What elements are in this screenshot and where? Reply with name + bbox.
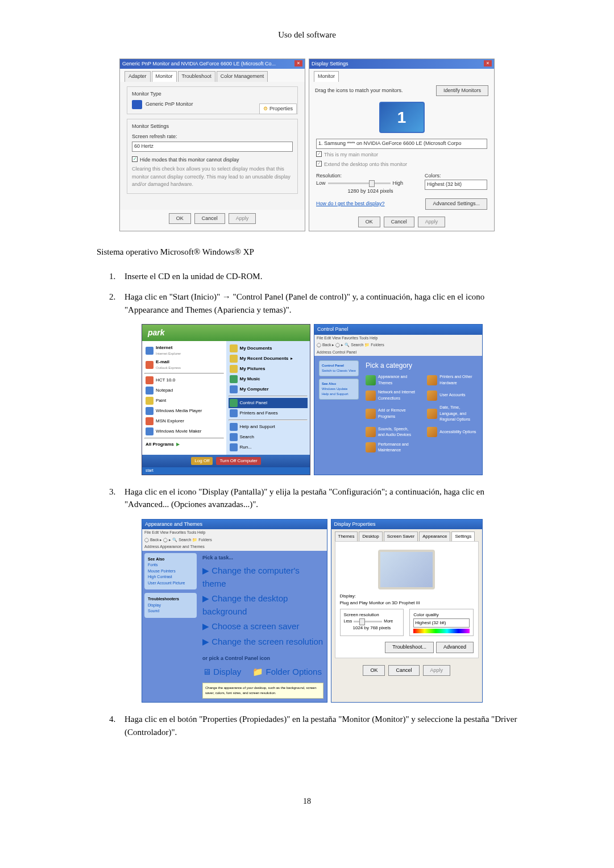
search-icon [230,433,238,441]
ok-button[interactable]: OK [363,665,385,676]
logoff-button[interactable]: Log Off [191,457,213,465]
display-cp-icon[interactable]: 🖥 Display [202,665,241,680]
ie-icon [146,347,154,355]
step-2: Haga clic en "Start (Inicio)" → "Control… [118,290,517,475]
resolution-slider[interactable] [328,182,391,184]
hide-modes-label: Hide modes that this monitor cannot disp… [140,156,239,164]
folder-icon [230,344,238,352]
close-icon[interactable]: × [484,60,492,67]
monitor-name: Generic PnP Monitor [146,101,193,109]
advanced-settings-button[interactable]: Advanced Settings... [425,198,487,210]
control-panel-screenshot: Control Panel File Edit View Favorites T… [314,324,483,475]
resolution-label: Resolution: [316,172,425,180]
best-display-link[interactable]: How do I get the best display? [316,200,385,208]
cat-network[interactable]: Network and Internet Connections [366,389,416,401]
cat-datetime[interactable]: Date, Time, Language, and Regional Optio… [427,405,478,423]
cat-appearance[interactable]: Appearance and Themes [366,374,416,386]
cat-sounds[interactable]: Sounds, Speech, and Audio Devices [366,426,416,438]
task-res[interactable]: ▶ Change the screen resolution [202,634,323,650]
task-theme[interactable]: ▶ Change the computer's theme [202,563,323,591]
properties-button[interactable]: ⚙ Properties [259,103,297,115]
folder-icon [230,365,238,373]
apply-button[interactable]: Apply [229,213,256,225]
tab-adapter[interactable]: Adapter [125,71,151,82]
main-monitor-checkbox: ✓ [316,151,322,157]
resolution-value: 1280 by 1024 pixels [316,188,425,196]
display-settings-window: Display Settings × Monitor Drag the icon… [309,59,495,232]
toolbar: File Edit View Favorites Tools Help [142,529,327,537]
tab-troubleshoot[interactable]: Troubleshoot [178,71,215,82]
apply-button[interactable]: Apply [418,217,446,228]
cat-users[interactable]: User Accounts [427,389,478,401]
window-titlebar: Generic PnP Monitor and NVIDIA GeForce 6… [120,59,305,69]
tab-settings[interactable]: Settings [451,531,475,541]
folder-options-cp-icon[interactable]: 📁 Folder Options [252,665,322,680]
arrow-icon: ▶ [176,441,180,448]
colors-dropdown[interactable]: Highest (32 bit) [425,180,487,190]
start-menu-screenshot: park InternetInternet Explorer E-mailOut… [142,324,310,475]
monitor-preview[interactable]: 1 [379,102,425,133]
printers-icon [230,409,238,417]
performance-icon [366,442,376,452]
cat-performance[interactable]: Performance and Maintenance [366,442,416,454]
run-icon [230,443,238,451]
tab-themes[interactable]: Themes [335,531,358,541]
task-ss[interactable]: ▶ Choose a screen saver [202,619,323,634]
slider-low-label: Low [316,180,326,188]
close-icon[interactable]: × [294,60,302,67]
ok-button[interactable]: OK [169,213,191,225]
tab-appearance[interactable]: Appearance [419,531,450,541]
network-icon [366,391,376,401]
tab-monitor[interactable]: Monitor [152,71,177,82]
tab-screensaver[interactable]: Screen Saver [384,531,418,541]
cancel-button[interactable]: Cancel [194,213,225,225]
task-bg[interactable]: ▶ Change the desktop background [202,591,323,619]
monitor-settings-label: Monitor Settings [132,123,293,131]
control-panel-item[interactable]: Control Panel [229,398,308,408]
sounds-icon [366,427,376,437]
cancel-button[interactable]: Cancel [388,665,419,676]
monitor-properties-window: Generic PnP Monitor and NVIDIA GeForce 6… [119,59,305,232]
refresh-rate-dropdown[interactable]: 60 Hertz [132,142,293,152]
cp-icon [230,399,238,407]
color-quality-dropdown[interactable]: Highest (32 bit) [413,618,470,628]
display-description: Change the appearance of your desktop, s… [202,683,323,699]
top-screenshots-row: Generic PnP Monitor and NVIDIA GeForce 6… [119,59,495,232]
window-titlebar: Appearance and Themes [142,520,327,530]
tab-monitor[interactable]: Monitor [314,71,339,82]
monitor-type-label: Monitor Type [132,90,293,98]
datetime-icon [427,409,437,419]
gear-icon: ⚙ [263,106,268,111]
address-bar: Address Control Panel [314,349,482,356]
color-bar [413,629,470,633]
identify-monitors-button[interactable]: Identify Monitors [436,85,488,97]
ok-button[interactable]: OK [358,217,380,228]
page-header: Uso del software [97,28,517,41]
turnoff-button[interactable]: Turn Off Computer [216,457,260,465]
cat-addremove[interactable]: Add or Remove Programs [366,405,416,423]
tab-color-mgmt[interactable]: Color Management [217,71,268,82]
cancel-button[interactable]: Cancel [384,217,414,228]
display-label: Display: [340,593,474,600]
troubleshooters-box: TroubleshootersDisplaySound [144,593,197,618]
cat-accessibility[interactable]: Accessibility Options [427,426,478,438]
os-caption: Sistema operativo Microsoft® Windows® XP [97,246,517,259]
appearance-themes-screenshot: Appearance and Themes File Edit View Fav… [142,519,327,703]
slider-high-label: High [393,180,404,188]
step-3: Haga clic en el icono "Display (Pantalla… [118,485,517,703]
wmm-icon [146,427,154,435]
taskbar-start[interactable]: start [142,467,310,475]
steps-list: Inserte el CD en la unidad de CD-ROM. Ha… [97,270,517,739]
cat-printers[interactable]: Printers and Other Hardware [427,374,478,386]
hide-modes-checkbox[interactable]: ✓ [132,156,138,162]
tab-desktop[interactable]: Desktop [359,531,382,541]
mail-icon [146,361,154,369]
troubleshoot-button[interactable]: Troubleshoot... [385,642,434,653]
monitor-select-dropdown[interactable]: 1. Samsung **** on NVIDIA GeForce 6600 L… [316,139,487,149]
window-titlebar: Display Settings × [309,59,494,69]
screen-res-label: Screen resolution [344,612,400,618]
advanced-button[interactable]: Advanced [436,642,474,653]
apply-button[interactable]: Apply [423,665,451,676]
accessibility-icon [427,427,437,437]
resolution-slider[interactable] [354,621,382,622]
